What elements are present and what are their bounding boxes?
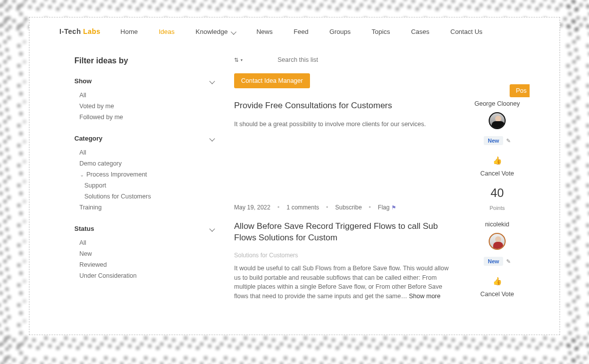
nav-contact-us[interactable]: Contact Us <box>450 28 482 35</box>
nav-knowledge-label: Knowledge <box>196 28 228 35</box>
nav-cases[interactable]: Cases <box>411 28 429 35</box>
idea-subcategory[interactable]: Solutions for Customers <box>234 252 455 259</box>
logo-text-2: Labs <box>83 27 101 35</box>
filter-item-cat-training[interactable]: Training <box>79 204 214 211</box>
filter-item-status-reviewed[interactable]: Reviewed <box>79 261 214 268</box>
status-row: New ✎ <box>484 257 511 266</box>
idea-meta: May 19, 2022 • 1 comments • Subscribe • … <box>234 204 455 211</box>
separator-dot: • <box>278 204 280 211</box>
app-frame: I-Tech Labs Home Ideas Knowledge News Fe… <box>29 17 560 335</box>
filter-item-cat-all[interactable]: All <box>79 149 214 156</box>
filter-header-show[interactable]: Show <box>74 77 214 85</box>
filter-group-category: Category All Demo category ⌄ Process Imp… <box>74 135 214 211</box>
list-icon: ⇅ <box>234 57 239 63</box>
status-badge: New <box>484 136 503 145</box>
filter-item-status-new[interactable]: New <box>79 250 214 257</box>
content: Filter ideas by Show All Voted by me Fol… <box>29 42 560 311</box>
nav-topics[interactable]: Topics <box>372 28 390 35</box>
main-column: ⇅▾ Pos Contact Idea Manager Provide Free… <box>234 56 530 311</box>
nav-home[interactable]: Home <box>120 28 138 35</box>
avatar[interactable] <box>489 233 506 250</box>
flag-icon: ⚑ <box>391 204 396 210</box>
nav-knowledge[interactable]: Knowledge <box>196 28 236 35</box>
filter-status-label: Status <box>74 225 94 232</box>
idea-description: It should be a great possibility to invo… <box>234 120 454 129</box>
logo-text-1: I-Tech <box>59 27 81 35</box>
pencil-icon[interactable]: ✎ <box>506 258 511 265</box>
idea-comments-link[interactable]: 1 comments <box>287 204 319 211</box>
idea-title[interactable]: Provide Free Consultations for Customers <box>234 100 455 112</box>
filter-group-show: Show All Voted by me Followed by me <box>74 77 214 121</box>
search-input[interactable] <box>278 56 377 63</box>
filter-category-label: Category <box>74 135 102 142</box>
cancel-vote-link[interactable]: Cancel Vote <box>480 291 514 298</box>
pencil-icon[interactable]: ✎ <box>506 138 511 144</box>
chevron-down-icon <box>210 77 214 85</box>
chevron-down-icon <box>232 28 236 35</box>
idea-body: Allow Before Save Record Triggered Flows… <box>234 221 455 301</box>
idea-side: nicolekid New ✎ 👍 Cancel Vote <box>465 221 530 301</box>
idea-side: George Clooney New ✎ 👍 Cancel Vote 40 Po… <box>465 100 530 211</box>
post-button[interactable]: Pos <box>510 84 530 97</box>
idea-description: It would be useful to call Sub Flows fro… <box>234 264 454 301</box>
filter-group-status: Status All New Reviewed Under Considerat… <box>74 225 214 279</box>
contact-idea-manager-button[interactable]: Contact Idea Manager <box>234 73 310 88</box>
idea-card: Allow Before Save Record Triggered Flows… <box>234 221 530 301</box>
filter-item-status-all[interactable]: All <box>79 239 214 246</box>
filter-show-label: Show <box>74 77 92 85</box>
nav-feed[interactable]: Feed <box>294 28 308 35</box>
thumbs-up-icon[interactable]: 👍 <box>493 156 502 165</box>
nav-items: Home Ideas Knowledge News Feed Groups To… <box>120 28 482 35</box>
filter-item-voted[interactable]: Voted by me <box>79 103 214 110</box>
filter-item-cat-solutions[interactable]: Solutions for Customers <box>79 193 214 200</box>
nav-groups[interactable]: Groups <box>329 28 351 35</box>
top-nav: I-Tech Labs Home Ideas Knowledge News Fe… <box>29 17 560 42</box>
nav-ideas[interactable]: Ideas <box>159 28 175 35</box>
separator-dot: • <box>326 204 328 211</box>
idea-body: Provide Free Consultations for Customers… <box>234 100 455 211</box>
idea-card: Provide Free Consultations for Customers… <box>234 100 530 211</box>
status-row: New ✎ <box>484 136 511 145</box>
thumbs-up-icon[interactable]: 👍 <box>493 277 502 286</box>
separator-dot: • <box>369 204 371 211</box>
author-name[interactable]: George Clooney <box>474 100 520 107</box>
filter-item-cat-support[interactable]: Support <box>79 182 214 189</box>
main-toolbar: ⇅▾ <box>234 56 530 63</box>
status-badge: New <box>484 257 503 266</box>
idea-title[interactable]: Allow Before Save Record Triggered Flows… <box>234 221 455 244</box>
logo: I-Tech Labs <box>59 27 100 35</box>
filter-item-cat-process-label: Process Improvement <box>86 171 147 178</box>
filter-item-all[interactable]: All <box>79 92 214 99</box>
author-name[interactable]: nicolekid <box>485 221 510 228</box>
filters-sidebar: Filter ideas by Show All Voted by me Fol… <box>74 56 214 311</box>
avatar[interactable] <box>489 112 506 129</box>
points-value: 40 <box>491 186 504 200</box>
filter-item-status-under[interactable]: Under Consideration <box>79 272 214 279</box>
idea-flag-label: Flag <box>378 204 389 211</box>
filter-item-cat-process[interactable]: ⌄ Process Improvement <box>79 171 214 178</box>
filter-item-followed[interactable]: Followed by me <box>79 114 214 121</box>
chevron-down-icon <box>210 225 214 232</box>
idea-flag-link[interactable]: Flag ⚑ <box>378 204 396 211</box>
caret-down-icon: ▾ <box>241 58 243 62</box>
filters-title: Filter ideas by <box>74 56 214 65</box>
nav-news[interactable]: News <box>257 28 273 35</box>
idea-date: May 19, 2022 <box>234 204 271 211</box>
chevron-down-icon <box>210 135 214 142</box>
idea-subscribe-link[interactable]: Subscribe <box>335 204 361 211</box>
filter-header-status[interactable]: Status <box>74 225 214 232</box>
show-more-link[interactable]: Show more <box>409 293 440 300</box>
filter-header-category[interactable]: Category <box>74 135 214 142</box>
display-toggle[interactable]: ⇅▾ <box>234 57 243 63</box>
cancel-vote-link[interactable]: Cancel Vote <box>480 170 514 177</box>
points-label: Points <box>490 205 505 211</box>
filter-item-cat-demo[interactable]: Demo category <box>79 160 214 167</box>
chevron-down-icon: ⌄ <box>79 172 84 178</box>
